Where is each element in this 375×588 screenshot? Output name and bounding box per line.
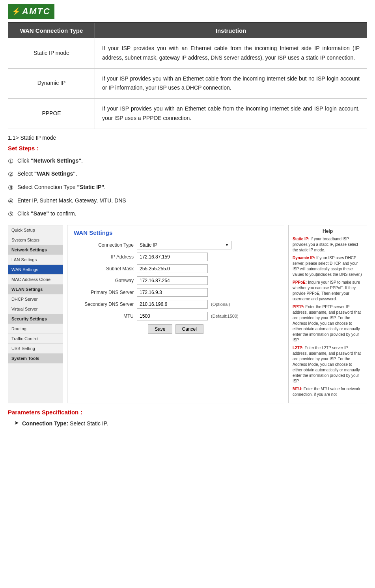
page-header: ⚡ AMTC (8, 4, 367, 23)
step-item: ④Enter IP, Subnet Mask, Gateway, MTU, DN… (8, 196, 367, 206)
step-number: ⑤ (8, 209, 13, 219)
help-key: Static IP: (293, 237, 310, 241)
help-key: MTU: (293, 387, 302, 391)
sidebar-item[interactable]: Routing (8, 324, 63, 334)
param-text: Connection Type: Select Static IP. (22, 419, 108, 428)
step-text: Enter IP, Subnet Mask, Gateway, MTU, DNS (17, 196, 126, 205)
type-cell: PPPOE (8, 99, 95, 129)
sidebar-item[interactable]: MAC Address Clone (8, 275, 63, 285)
wan-table: WAN Connection Type Instruction Static I… (8, 23, 367, 129)
sidebar-item[interactable]: Quick Setup (8, 225, 63, 235)
col1-header: WAN Connection Type (8, 23, 95, 38)
sidebar-item[interactable]: USB Setting (8, 344, 63, 354)
ss-help-panel: Help Static IP: If your broadband ISP pr… (288, 225, 367, 403)
step-text: Select Connection Type "Static IP". (17, 183, 106, 191)
param-item: ➤Connection Type: Select Static IP. (8, 419, 367, 428)
form-input[interactable] (137, 288, 208, 297)
section-heading: 1.1> Static IP mode (8, 135, 367, 141)
help-entry: PPPoE: Inquire your ISP to make sure whe… (293, 280, 363, 302)
help-entry: PPTP: Enter the PPTP server IP address, … (293, 304, 363, 343)
save-button[interactable]: Save (148, 324, 172, 334)
sidebar-item[interactable]: WLAN Settings (8, 285, 63, 294)
form-label: MTU (74, 313, 137, 319)
step-item: ③Select Connection Type "Static IP". (8, 183, 367, 193)
help-entry: Dynamic IP: If your ISP uses DHCP server… (293, 255, 363, 277)
logo-box: ⚡ AMTC (8, 4, 54, 19)
table-row: PPPOEIf your ISP provides you with an Et… (8, 99, 367, 129)
form-row: Primary DNS Server (74, 288, 278, 297)
ss-sidebar: Quick SetupSystem StatusNetwork Settings… (8, 225, 63, 403)
form-input[interactable] (137, 276, 208, 285)
form-label: Subnet Mask (74, 266, 137, 272)
cancel-button[interactable]: Cancel (175, 324, 203, 334)
step-number: ③ (8, 183, 13, 193)
step-number: ② (8, 169, 13, 180)
param-arrow: ➤ (14, 419, 19, 426)
type-cell: Static IP mode (8, 38, 95, 69)
form-row: Gateway (74, 276, 278, 285)
screenshot-container: Quick SetupSystem StatusNetwork Settings… (8, 225, 367, 403)
form-row: Secondary DNS Server(Optional) (74, 300, 278, 309)
form-label: Secondary DNS Server (74, 301, 137, 307)
form-input[interactable] (137, 253, 208, 261)
desc-cell: If your ISP provides you with an Etherne… (95, 68, 367, 99)
form-row: Connection TypeStatic IP ▼ (74, 241, 278, 249)
step-number: ① (8, 156, 13, 167)
step-number: ④ (8, 196, 13, 206)
type-cell: Dynamic IP (8, 68, 95, 99)
form-label: IP Address (74, 254, 137, 260)
sidebar-item[interactable]: LAN Settings (8, 255, 63, 265)
form-label: Gateway (74, 278, 137, 283)
ss-form: Connection TypeStatic IP ▼IP AddressSubn… (74, 241, 278, 320)
form-label: Primary DNS Server (74, 290, 137, 295)
step-text: Click "Save" to confirm. (17, 209, 76, 218)
help-key: L2TP: (293, 346, 304, 350)
sidebar-item[interactable]: DHCP Server (8, 294, 63, 304)
ss-help-entries: Static IP: If your broadband ISP provide… (293, 236, 363, 397)
sidebar-item[interactable]: WAN Settings (8, 265, 63, 275)
help-entry: L2TP: Enter the L2TP server IP address, … (293, 345, 363, 384)
params-list: ➤Connection Type: Select Static IP. (8, 419, 367, 428)
sidebar-item[interactable]: System Tools (8, 354, 63, 363)
form-input[interactable] (137, 312, 208, 320)
step-item: ⑤Click "Save" to confirm. (8, 209, 367, 219)
logo-icon: ⚡ (12, 7, 21, 16)
sidebar-item[interactable]: Traffic Control (8, 334, 63, 344)
help-key: Dynamic IP: (293, 256, 315, 260)
optional-label: (Optional) (211, 302, 230, 307)
logo-text: AMTC (22, 6, 50, 17)
step-item: ①Click "Network Settings". (8, 156, 367, 167)
form-row: IP Address (74, 253, 278, 261)
form-input[interactable] (137, 300, 208, 309)
step-text: Click "Network Settings". (17, 156, 83, 165)
ss-help-title: Help (293, 228, 363, 234)
params-heading: Parameters Specification： (8, 409, 367, 416)
desc-cell: If your ISP provides you with an Etherne… (95, 99, 367, 129)
sidebar-item[interactable]: System Status (8, 235, 63, 245)
help-entry: MTU: Enter the MTU value for network con… (293, 386, 363, 397)
steps-list: ①Click "Network Settings".②Select "WAN S… (8, 156, 367, 219)
form-hint: (Default:1500) (211, 314, 239, 318)
ss-title: WAN Settings (74, 229, 278, 236)
sidebar-item[interactable]: Network Settings (8, 245, 63, 255)
help-key: PPTP: (293, 305, 304, 309)
sidebar-item[interactable]: Security Settings (8, 314, 63, 324)
table-row: Static IP modeIf your ISP provides you w… (8, 38, 367, 69)
form-label: Connection Type (74, 242, 137, 248)
table-row: Dynamic IPIf your ISP provides you with … (8, 68, 367, 99)
ss-btn-row: Save Cancel (74, 324, 278, 334)
form-row: MTU(Default:1500) (74, 312, 278, 320)
step-item: ②Select "WAN Settings". (8, 169, 367, 180)
help-entry: Static IP: If your broadband ISP provide… (293, 236, 363, 253)
col2-header: Instruction (95, 23, 367, 38)
help-key: PPPoE: (293, 280, 307, 285)
desc-cell: If your ISP provides you with an Etherne… (95, 38, 367, 69)
form-input[interactable] (137, 264, 208, 273)
ss-main: WAN Settings Connection TypeStatic IP ▼I… (67, 225, 284, 403)
sidebar-item[interactable]: Virtual Server (8, 304, 63, 314)
form-row: Subnet Mask (74, 264, 278, 273)
form-select[interactable]: Static IP ▼ (137, 241, 231, 249)
step-text: Select "WAN Settings". (17, 169, 77, 178)
set-steps-label: Set Steps： (8, 145, 367, 152)
